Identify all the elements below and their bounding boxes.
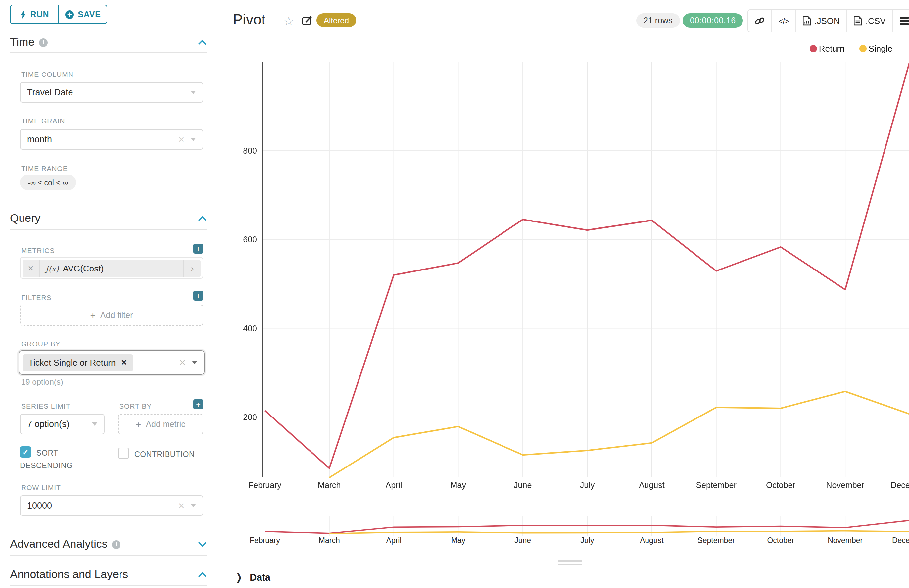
group-by-chip[interactable]: Ticket Single or Return ✕ [23,354,133,371]
svg-text:February: February [248,480,282,489]
chevron-down-icon [192,361,197,364]
row-count-text: 21 rows [644,16,673,25]
chip-label: Ticket Single or Return [29,357,116,367]
action-buttons: RUN SAVE [10,5,107,24]
hamburger-icon [900,16,909,25]
altered-badge-label: Altered [324,16,349,25]
sort-by-plus-button[interactable]: + [193,399,203,409]
svg-text:March: March [319,536,340,544]
svg-text:200: 200 [243,412,257,422]
line-chart[interactable]: 200400600800FebruaryMarchAprilMayJuneJul… [232,36,909,508]
add-filter-button[interactable]: + Add filter [20,305,203,326]
add-filter-label: Add filter [100,310,133,320]
clear-icon[interactable]: ✕ [178,135,185,144]
series-limit-select[interactable]: 7 option(s) [20,414,105,435]
add-metric-plus-button[interactable]: + [193,244,203,254]
row-limit-select[interactable]: 10000 ✕ [20,495,203,516]
time-grain-value: month [27,134,52,144]
add-sort-metric-button[interactable]: + Add metric [118,414,203,435]
save-label: SAVE [78,10,101,19]
time-range-value: -∞ ≤ col < ∞ [28,178,68,186]
control-panel-sidebar: RUN SAVE Time i TIME COLUMN Travel Date … [0,0,216,588]
export-json-button[interactable]: .JSON [795,10,846,32]
info-icon: i [39,38,48,47]
explore-view: RUN SAVE Time i TIME COLUMN Travel Date … [0,0,909,588]
chevron-down-icon [191,138,196,141]
section-divider [10,229,207,230]
clear-icon[interactable]: ✕ [179,357,186,367]
plus-icon: + [90,310,95,320]
altered-badge[interactable]: Altered [316,13,356,27]
chevron-right-icon[interactable]: › [183,260,200,278]
export-json-label: .JSON [814,16,840,26]
chevron-up-icon[interactable] [198,572,207,577]
series-limit-label: SERIES LIMIT [21,402,71,410]
group-by-options-hint: 19 option(s) [21,378,63,387]
csv-file-icon [854,16,862,26]
advanced-analytics-header[interactable]: Advanced Analytics i [10,538,207,551]
add-filter-plus-button[interactable]: + [193,291,203,300]
save-button[interactable]: SAVE [58,5,107,23]
time-section-title: Time [10,36,34,49]
chart-title: Pivot [233,11,265,29]
star-icon[interactable]: ☆ [283,14,294,29]
export-csv-label: .CSV [865,16,886,26]
time-grain-select[interactable]: month ✕ [20,129,203,150]
embed-code-button[interactable]: </> [771,10,795,32]
svg-text:October: October [766,480,796,489]
query-section-header[interactable]: Query [10,212,207,225]
export-csv-button[interactable]: .CSV [846,10,893,32]
advanced-analytics-title: Advanced Analytics [10,538,108,551]
chevron-right-icon: ❯ [236,572,242,583]
data-panel-toggle[interactable]: ❯ Data [236,572,270,583]
chevron-up-icon[interactable] [198,216,207,221]
svg-text:June: June [514,480,532,489]
copy-link-button[interactable] [748,10,771,32]
add-metric-label: Add metric [146,420,186,429]
svg-text:December: December [890,480,909,489]
series-limit-value: 7 option(s) [27,419,69,429]
group-by-select[interactable]: Ticket Single or Return ✕ ✕ [19,350,205,375]
annotations-header[interactable]: Annotations and Layers [10,568,207,582]
chevron-down-icon [191,91,196,94]
group-by-label: GROUP BY [21,340,61,347]
checked-checkbox-icon[interactable]: ✓ [20,446,31,457]
remove-chip-icon[interactable]: ✕ [121,358,127,367]
clear-icon[interactable]: ✕ [178,501,185,510]
contribution-control[interactable]: CONTRIBUTION [118,447,210,460]
chevron-down-icon[interactable] [198,542,207,547]
zoom-preview-chart[interactable]: FebruaryMarchAprilMayJuneJulyAugustSepte… [232,517,909,549]
run-button[interactable]: RUN [11,5,58,23]
unchecked-checkbox-icon[interactable] [118,447,129,459]
svg-text:November: November [828,536,863,544]
edit-icon[interactable] [302,15,313,29]
json-file-icon [802,16,811,26]
code-icon: </> [778,17,788,25]
section-divider [10,585,207,586]
svg-text:October: October [767,536,794,544]
sort-descending-control[interactable]: ✓ SORT DESCENDING [20,446,98,472]
bolt-icon [20,10,26,19]
svg-text:May: May [450,480,467,489]
time-grain-label: TIME GRAIN [21,116,65,124]
plus-icon: + [136,419,141,430]
remove-metric-icon[interactable]: ✕ [23,260,40,278]
panel-resize-handle[interactable] [558,560,582,567]
menu-button[interactable] [893,10,909,32]
section-divider [10,555,207,556]
annotations-title: Annotations and Layers [10,568,128,582]
time-range-pill[interactable]: -∞ ≤ col < ∞ [20,175,76,190]
row-limit-label: ROW LIMIT [21,483,61,491]
time-section-header[interactable]: Time i [10,36,207,49]
chevron-up-icon[interactable] [198,40,207,45]
svg-text:July: July [581,536,594,544]
export-toolbar: </> .JSON .CSV [748,9,909,32]
svg-text:September: September [696,480,736,489]
filters-label: FILTERS [21,293,52,301]
svg-text:August: August [639,480,665,489]
time-range-label: TIME RANGE [21,164,68,172]
plus-circle-icon [65,10,74,19]
svg-text:August: August [640,536,664,544]
metric-pill[interactable]: ✕ ƒ(x) AVG(Cost) › [23,260,200,278]
time-column-select[interactable]: Travel Date [20,82,203,103]
